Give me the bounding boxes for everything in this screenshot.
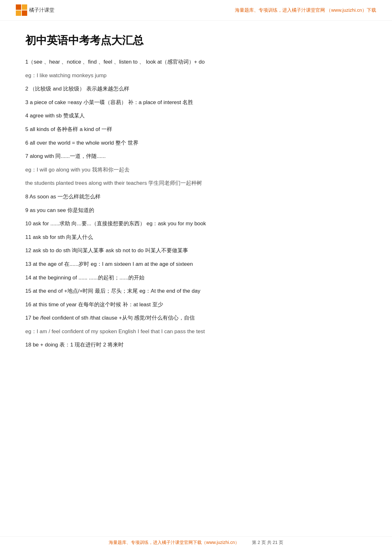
main-content: 初中英语中考考点大汇总 1（see 、hear 、notice 、find 、f… [0, 21, 392, 379]
content-item-18: 18 be + doing 表：1 现在进行时 2 将来时 [25, 340, 367, 350]
page-title: 初中英语中考考点大汇总 [25, 33, 367, 48]
content-item-5: 5 all kinds of 各种各样 a kind of 一样 [25, 125, 367, 134]
logo-area: 橘子汁课堂 [16, 4, 54, 16]
content-item-10: 10 ask for ......求助 向...要...（直接接想要的东西） e… [25, 219, 367, 229]
footer: 海量题库、专项训练，进入橘子汁课堂官网下载（www.juzizhi.cn） 第 … [0, 536, 392, 549]
content-item-1eg: eg：I like watching monkeys jump [25, 71, 367, 81]
content-item-9: 9 as you can see 你是知道的 [25, 206, 367, 215]
item7eg2-text: the students planted trees along with th… [25, 180, 202, 186]
item16-text: 16 at this time of year 在每年的这个时候 补：at le… [25, 302, 163, 308]
content-item-11: 11 ask sb for sth 向某人什么 [25, 233, 367, 242]
item17-text: 17 be /feel confident of sth /that claus… [25, 315, 195, 321]
item18-text: 18 be + doing 表：1 现在进行时 2 将来时 [25, 342, 124, 348]
item13-text: 13 at the age of 在......岁时 eg：I am sixte… [25, 261, 193, 267]
logo-icon [16, 4, 27, 16]
content-item-16: 16 at this time of year 在每年的这个时候 补：at le… [25, 300, 367, 310]
content-item-6: 6 all over the world = the whole world 整… [25, 138, 367, 148]
content-item-7eg2: the students planted trees along with th… [25, 178, 367, 188]
item14-text: 14 at the beginning of ...... ......的起初；… [25, 275, 144, 281]
footer-slogan: 海量题库、专项训练，进入橘子汁课堂官网下载（www.juzizhi.cn） [109, 540, 239, 546]
svg-rect-3 [22, 10, 27, 16]
item4-text: 4 agree with sb 赞成某人 [25, 113, 85, 119]
item15-text: 15 at the end of +地点/+时间 最后；尽头；末尾 eg：At … [25, 288, 200, 294]
header-slogan: 海量题库、专项训练，进入橘子汁课堂官网 （www.juzizhi.cn）下载 [235, 7, 376, 13]
svg-rect-0 [16, 4, 21, 10]
logo-text: 橘子汁课堂 [29, 7, 54, 14]
content-item-13: 13 at the age of 在......岁时 eg：I am sixte… [25, 259, 367, 269]
content-item-8: 8 As soon as 一怎么样就怎么样 [25, 192, 367, 202]
svg-rect-1 [22, 4, 27, 10]
item11-text: 11 ask sb for sth 向某人什么 [25, 234, 93, 240]
svg-rect-2 [16, 10, 21, 16]
item5-text: 5 all kinds of 各种各样 a kind of 一样 [25, 126, 112, 132]
content-item-2: 2 （比较级 and 比较级） 表示越来越怎么样 [25, 84, 367, 94]
item10-text: 10 ask for ......求助 向...要...（直接接想要的东西） e… [25, 221, 206, 227]
item7-text: 7 along with 同......一道，伴随...... [25, 153, 106, 159]
item17eg-text: eg：I am / feel confident of my spoken En… [25, 328, 205, 334]
content-item-17: 17 be /feel confident of sth /that claus… [25, 313, 367, 323]
content-item-1: 1（see 、hear 、notice 、find 、feel 、listen … [25, 57, 367, 67]
item8-text: 8 As soon as 一怎么样就怎么样 [25, 194, 101, 200]
content-item-7eg1: eg：I will go along with you 我将和你一起去 [25, 165, 367, 175]
item2-text: 2 （比较级 and 比较级） 表示越来越怎么样 [25, 86, 129, 92]
item12-text: 12 ask sb to do sth 询问某人某事 ask sb not to… [25, 247, 188, 253]
footer-page-info: 第 2 页 共 21 页 [252, 540, 283, 546]
content-item-15: 15 at the end of +地点/+时间 最后；尽头；末尾 eg：At … [25, 286, 367, 296]
content-item-4: 4 agree with sb 赞成某人 [25, 111, 367, 121]
item9-text: 9 as you can see 你是知道的 [25, 207, 94, 213]
item7eg1-text: eg：I will go along with you 我将和你一起去 [25, 167, 130, 173]
item6-text: 6 all over the world = the whole world 整… [25, 140, 138, 146]
item3-text: 3 a piece of cake =easy 小菜一碟（容易） 补：a pla… [25, 99, 193, 105]
item1eg-text: eg：I like watching monkeys jump [25, 72, 107, 78]
header: 橘子汁课堂 海量题库、专项训练，进入橘子汁课堂官网 （www.juzizhi.c… [0, 0, 392, 21]
content-item-3: 3 a piece of cake =easy 小菜一碟（容易） 补：a pla… [25, 98, 367, 108]
item1-text: 1（see 、hear 、notice 、find 、feel 、listen … [25, 59, 205, 65]
content-item-14: 14 at the beginning of ...... ......的起初；… [25, 273, 367, 283]
content-item-17eg: eg：I am / feel confident of my spoken En… [25, 327, 367, 337]
content-item-7: 7 along with 同......一道，伴随...... [25, 152, 367, 161]
content-item-12: 12 ask sb to do sth 询问某人某事 ask sb not to… [25, 246, 367, 256]
page-wrapper: 橘子汁课堂 海量题库、专项训练，进入橘子汁课堂官网 （www.juzizhi.c… [0, 0, 392, 555]
